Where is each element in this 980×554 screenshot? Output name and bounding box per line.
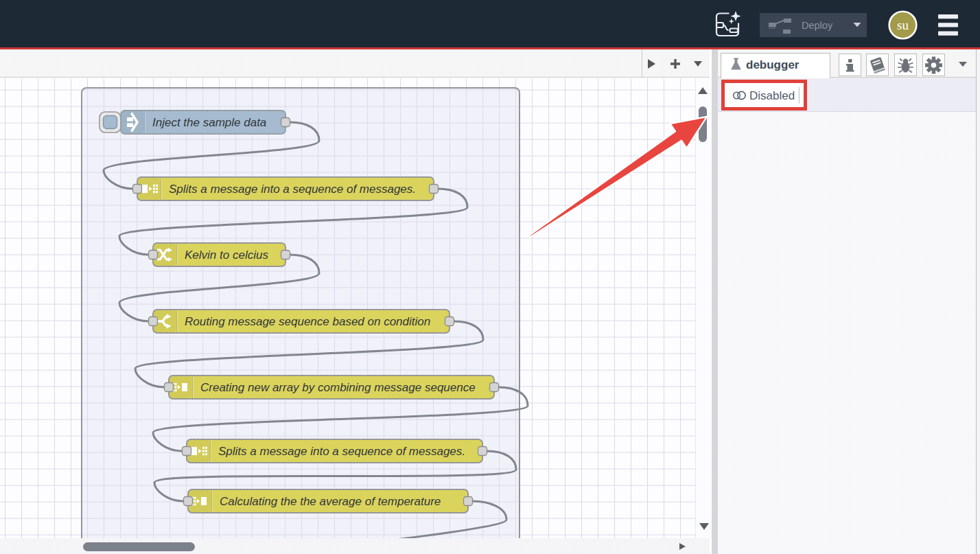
svg-text:Calculating the the average of: Calculating the the average of temperatu… <box>220 495 441 508</box>
svg-text:Routing message sequence based: Routing message sequence based on condit… <box>185 315 430 328</box>
svg-text:Creating new array by combinin: Creating new array by combining message … <box>200 381 476 394</box>
svg-text:su: su <box>897 18 909 32</box>
svg-text:Kelvin to celcius: Kelvin to celcius <box>185 249 268 262</box>
svg-text:Inject the sample data: Inject the sample data <box>152 116 266 129</box>
svg-text:Splits a message into a sequen: Splits a message into a sequence of mess… <box>169 183 416 196</box>
svg-text:debugger: debugger <box>746 58 800 71</box>
svg-text:Splits a message into a sequen: Splits a message into a sequence of mess… <box>218 445 465 458</box>
svg-text:Deploy: Deploy <box>802 20 833 31</box>
svg-text:Disabled: Disabled <box>749 89 795 102</box>
